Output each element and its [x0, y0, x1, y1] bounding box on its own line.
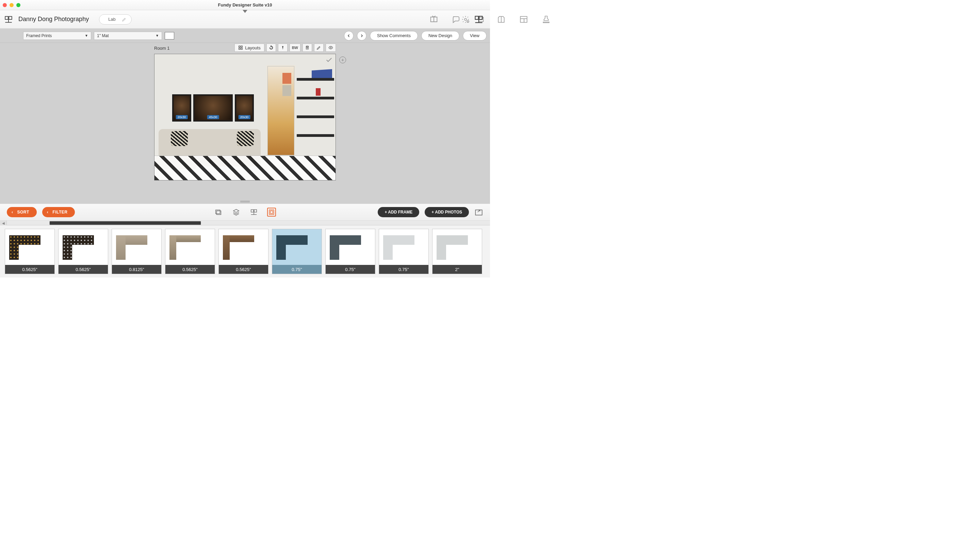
frame-thumbnail-preview: [112, 229, 161, 265]
wall-frame[interactable]: 45x30: [193, 94, 233, 122]
chevron-left-icon: ‹: [47, 210, 49, 215]
pencil-icon: [122, 17, 126, 22]
view-label: View: [470, 33, 480, 38]
bw-toggle-button[interactable]: BW: [289, 43, 301, 52]
export-icon[interactable]: [474, 208, 483, 217]
new-design-button[interactable]: New Design: [421, 31, 459, 40]
wall-frames-group[interactable]: 20x30 45x30 20x30: [172, 94, 254, 122]
frame-thumbnail[interactable]: 0.5625'': [219, 229, 269, 274]
frame-thumbnail-preview: [379, 229, 428, 265]
scrollbar-thumb[interactable]: [50, 221, 201, 225]
svg-point-18: [308, 48, 308, 49]
svg-rect-1: [9, 16, 12, 19]
frame-thumbnail-label: 0.8125'': [112, 265, 161, 274]
pin-button[interactable]: [278, 43, 288, 52]
frame-thumbnail-preview: [219, 229, 268, 265]
wall-frame[interactable]: 20x30: [172, 94, 191, 122]
mode-rooms-icon[interactable]: [249, 208, 258, 217]
frame-thumbnail-label: 0.5625'': [5, 265, 54, 274]
frame-thumbnail[interactable]: 0.75'': [379, 229, 429, 274]
frame-thumbnail-preview: [326, 229, 375, 265]
wall-frame[interactable]: 20x30: [235, 94, 254, 122]
frame-thumbnail[interactable]: 2'': [432, 229, 482, 274]
frame-thumbnail[interactable]: 0.5625'': [165, 229, 215, 274]
svg-rect-24: [269, 210, 274, 215]
view-button[interactable]: View: [463, 31, 487, 40]
next-design-button[interactable]: [357, 31, 366, 40]
sort-button[interactable]: ‹ SORT: [7, 207, 37, 217]
frame-thumbnail-label: 0.75'': [272, 265, 321, 274]
frame-thumbnail-label: 0.75'': [326, 265, 375, 274]
svg-point-13: [307, 48, 307, 48]
bw-label: BW: [292, 46, 298, 50]
frame-thumbnail[interactable]: 0.5625'': [5, 229, 55, 274]
edit-button[interactable]: [314, 43, 324, 52]
chevron-left-icon: ‹: [11, 210, 13, 215]
svg-point-14: [307, 48, 308, 48]
svg-rect-25: [270, 211, 273, 213]
approve-check-icon[interactable]: [325, 56, 333, 64]
add-photos-button[interactable]: + ADD PHOTOS: [425, 207, 469, 217]
active-module-marker-icon: [243, 10, 248, 13]
preview-eye-button[interactable]: [326, 43, 336, 52]
sort-label: SORT: [18, 210, 29, 215]
options-bar: Framed Prints ▼ 1'' Mat ▼ Show Comments …: [0, 29, 490, 43]
frame-thumbnail-label: 0.75'': [379, 265, 428, 274]
layouts-button[interactable]: Layouts: [235, 43, 264, 52]
mode-images-icon[interactable]: [214, 208, 223, 217]
room-preview[interactable]: 20x30 45x30 20x30: [154, 54, 336, 180]
mode-layers-icon[interactable]: [232, 208, 241, 217]
svg-rect-12: [307, 46, 308, 47]
product-type-select[interactable]: Framed Prints ▼: [23, 32, 91, 40]
main-toolbar: Danny Dong Photography Lab: [0, 10, 490, 29]
panel-resize-row: [0, 199, 490, 204]
chevron-down-icon: ▼: [155, 34, 159, 37]
filter-button[interactable]: ‹ FILTER: [42, 207, 75, 217]
project-title: Danny Dong Photography: [18, 16, 89, 23]
svg-rect-23: [254, 210, 257, 212]
add-frame-button[interactable]: + ADD FRAME: [378, 207, 419, 217]
module-tabs: [429, 14, 490, 24]
frame-thumbnail[interactable]: 0.75'': [272, 229, 322, 274]
svg-point-17: [307, 48, 308, 49]
filter-label: FILTER: [53, 210, 67, 215]
mat-size-select[interactable]: 1'' Mat ▼: [94, 32, 162, 40]
layouts-label: Layouts: [245, 45, 261, 50]
frame-thumbnail-label: 0.5625'': [165, 265, 215, 274]
wall-art-module-icon[interactable]: [474, 14, 484, 24]
show-comments-button[interactable]: Show Comments: [370, 31, 418, 40]
frame-thumbnail[interactable]: 0.8125'': [112, 229, 161, 274]
frame-thumbnail-label: 2'': [433, 265, 482, 274]
frame-thumbnail-preview: [433, 229, 482, 265]
prev-design-button[interactable]: [344, 31, 353, 40]
canvas-area: Room 1 Layouts BW: [0, 43, 490, 199]
calculator-button[interactable]: [302, 43, 312, 52]
frame-size-badge: 20x30: [238, 115, 251, 119]
add-room-button[interactable]: +: [339, 56, 346, 63]
chevron-down-icon: ▼: [85, 34, 88, 37]
rotate-button[interactable]: [267, 43, 276, 52]
svg-rect-2: [475, 16, 478, 19]
mode-frames-icon[interactable]: [267, 208, 276, 217]
show-comments-label: Show Comments: [377, 33, 411, 38]
bottom-bar: ‹ SORT ‹ FILTER + ADD FRAME + ADD PHOTOS: [0, 204, 490, 221]
drag-handle-icon[interactable]: [240, 201, 250, 202]
room-shelves: [297, 68, 334, 156]
mat-color-swatch[interactable]: [165, 32, 174, 40]
svg-rect-20: [216, 210, 220, 214]
scroll-left-arrow-icon[interactable]: ◀: [0, 221, 7, 225]
frame-size-badge: 20x30: [176, 115, 188, 119]
svg-point-15: [308, 48, 308, 48]
window-title: Fundy Designer Suite v10: [0, 2, 490, 8]
chat-module-icon[interactable]: [452, 14, 461, 24]
frame-thumbnail-preview: [272, 229, 321, 265]
mat-size-value: 1'' Mat: [97, 34, 109, 38]
bottom-right: + ADD FRAME + ADD PHOTOS: [378, 207, 483, 217]
thumbs-scrollbar[interactable]: ◀: [0, 221, 490, 225]
titlebar: Fundy Designer Suite v10: [0, 0, 490, 10]
new-design-label: New Design: [428, 33, 452, 38]
frame-thumbnail[interactable]: 0.5625'': [58, 229, 108, 274]
album-module-icon[interactable]: [429, 14, 439, 24]
lab-selector[interactable]: Lab: [99, 14, 132, 24]
frame-thumbnail[interactable]: 0.75'': [325, 229, 375, 274]
